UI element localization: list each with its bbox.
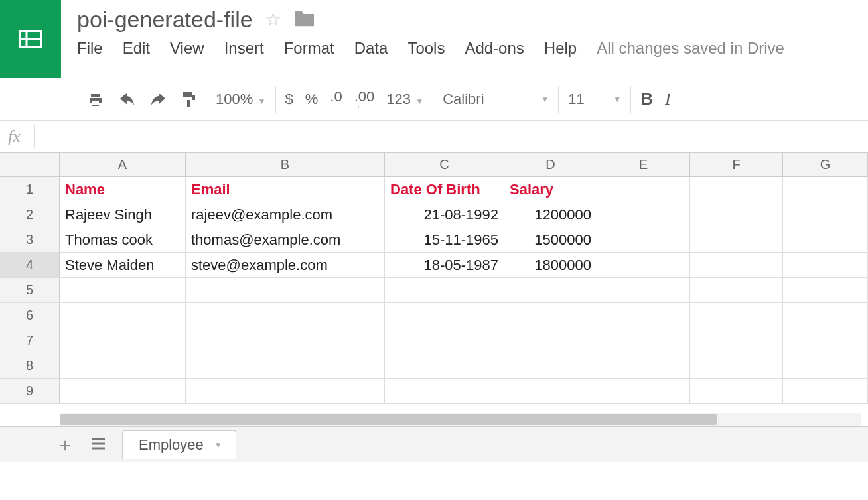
cell-E1[interactable] [597, 177, 690, 202]
cell-A6[interactable] [60, 303, 186, 328]
menu-tools[interactable]: Tools [407, 39, 445, 58]
row-header-7[interactable]: 7 [0, 328, 60, 353]
row-header-4[interactable]: 4 [0, 253, 60, 277]
cell-A3[interactable]: Thomas cook [60, 227, 186, 252]
cell-F8[interactable] [690, 353, 783, 378]
cell-A9[interactable] [60, 379, 186, 403]
cell-C2[interactable]: 21-08-1992 [385, 202, 504, 227]
cell-E8[interactable] [597, 353, 690, 378]
cell-F2[interactable] [690, 202, 783, 227]
star-icon[interactable]: ☆ [265, 9, 281, 31]
cell-D3[interactable]: 1500000 [504, 227, 597, 252]
cell-D7[interactable] [504, 328, 597, 353]
cell-B8[interactable] [186, 353, 385, 378]
formula-input[interactable] [48, 126, 868, 147]
dec-more-button[interactable]: .00→ [354, 88, 375, 110]
cell-G6[interactable] [783, 303, 868, 328]
col-header-B[interactable]: B [186, 153, 385, 176]
cell-E2[interactable] [597, 202, 690, 227]
add-sheet-button[interactable]: ＋ [56, 432, 74, 458]
cell-A7[interactable] [60, 328, 186, 353]
cell-B1[interactable]: Email [186, 177, 385, 202]
cell-D5[interactable] [504, 278, 597, 302]
menu-edit[interactable]: Edit [123, 39, 150, 58]
scrollbar-thumb[interactable] [60, 414, 717, 425]
cell-G3[interactable] [783, 227, 868, 252]
chevron-down-icon[interactable]: ▼ [214, 440, 222, 450]
dec-less-button[interactable]: .0← [330, 88, 342, 110]
cell-E6[interactable] [597, 303, 690, 328]
cell-B4[interactable]: steve@example.com [186, 253, 385, 277]
cell-C5[interactable] [385, 278, 504, 302]
cell-B3[interactable]: thomas@example.com [186, 227, 385, 252]
cell-B9[interactable] [186, 379, 385, 403]
row-header-8[interactable]: 8 [0, 353, 60, 378]
row-header-5[interactable]: 5 [0, 278, 60, 302]
percent-button[interactable]: % [305, 91, 319, 108]
cell-A4[interactable]: Steve Maiden [60, 253, 186, 277]
cell-E7[interactable] [597, 328, 690, 353]
row-header-1[interactable]: 1 [0, 177, 60, 202]
cell-D2[interactable]: 1200000 [504, 202, 597, 227]
font-size-select[interactable]: 11▼ [568, 91, 621, 108]
cell-C1[interactable]: Date Of Birth [385, 177, 504, 202]
cell-G7[interactable] [783, 328, 868, 353]
zoom-select[interactable]: 100% ▼ [216, 91, 266, 108]
sheet-tab-employee[interactable]: Employee ▼ [122, 430, 236, 459]
menu-format[interactable]: Format [284, 39, 334, 58]
menu-data[interactable]: Data [354, 39, 388, 58]
menu-insert[interactable]: Insert [224, 39, 264, 58]
bold-button[interactable]: B [640, 89, 653, 109]
horizontal-scrollbar[interactable] [60, 413, 861, 426]
cell-E3[interactable] [597, 227, 690, 252]
cell-D6[interactable] [504, 303, 597, 328]
cell-C4[interactable]: 18-05-1987 [385, 253, 504, 277]
select-all-corner[interactable] [0, 153, 60, 176]
menu-help[interactable]: Help [544, 39, 577, 58]
cell-C9[interactable] [385, 379, 504, 403]
col-header-A[interactable]: A [60, 153, 186, 176]
cell-G2[interactable] [783, 202, 868, 227]
redo-icon[interactable] [149, 93, 169, 106]
all-sheets-button[interactable] [90, 437, 106, 453]
font-select[interactable]: Calibri▼ [443, 91, 549, 108]
cell-E9[interactable] [597, 379, 690, 403]
doc-title[interactable]: poi-generated-file [77, 7, 253, 32]
cell-F1[interactable] [690, 177, 783, 202]
row-header-6[interactable]: 6 [0, 303, 60, 328]
cell-F7[interactable] [690, 328, 783, 353]
cell-A1[interactable]: Name [60, 177, 186, 202]
cell-G9[interactable] [783, 379, 868, 403]
cell-E4[interactable] [597, 253, 690, 277]
cell-F9[interactable] [690, 379, 783, 403]
cell-B2[interactable]: rajeev@example.com [186, 202, 385, 227]
cell-D4[interactable]: 1800000 [504, 253, 597, 277]
number-format-select[interactable]: 123 ▼ [386, 91, 423, 108]
row-header-9[interactable]: 9 [0, 379, 60, 403]
cell-C6[interactable] [385, 303, 504, 328]
cell-E5[interactable] [597, 278, 690, 302]
folder-icon[interactable] [293, 9, 316, 31]
cell-G1[interactable] [783, 177, 868, 202]
cell-D9[interactable] [504, 379, 597, 403]
app-logo[interactable] [0, 0, 61, 78]
col-header-D[interactable]: D [504, 153, 597, 176]
undo-icon[interactable] [117, 93, 137, 106]
col-header-G[interactable]: G [783, 153, 868, 176]
col-header-C[interactable]: C [385, 153, 504, 176]
cell-C3[interactable]: 15-11-1965 [385, 227, 504, 252]
row-header-3[interactable]: 3 [0, 227, 60, 252]
cell-G4[interactable] [783, 253, 868, 277]
menu-view[interactable]: View [170, 39, 204, 58]
cell-C7[interactable] [385, 328, 504, 353]
col-header-E[interactable]: E [597, 153, 690, 176]
cell-D8[interactable] [504, 353, 597, 378]
cell-A2[interactable]: Rajeev Singh [60, 202, 186, 227]
cell-G5[interactable] [783, 278, 868, 302]
cell-B7[interactable] [186, 328, 385, 353]
cell-F5[interactable] [690, 278, 783, 302]
paint-format-icon[interactable] [181, 91, 196, 108]
menu-addons[interactable]: Add-ons [465, 39, 524, 58]
print-icon[interactable] [86, 92, 105, 107]
cell-B6[interactable] [186, 303, 385, 328]
